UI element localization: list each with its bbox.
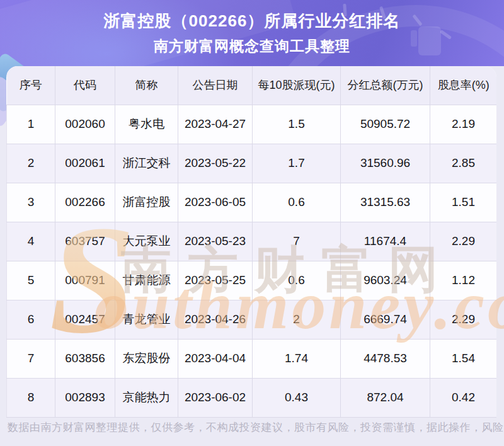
table-cell: 2023-06-02 xyxy=(178,378,253,417)
table-cell: 0.6 xyxy=(253,183,341,222)
table-cell: 002061 xyxy=(55,144,115,183)
table-cell: 1.5 xyxy=(253,105,341,144)
table-cell: 0.6 xyxy=(253,261,341,300)
table-cell: 粤水电 xyxy=(115,105,178,144)
table-cell: 6 xyxy=(7,300,55,339)
column-header-7: 股息率(%) xyxy=(430,66,497,105)
table-cell: 2.29 xyxy=(430,300,497,339)
table-cell: 2023-05-25 xyxy=(178,261,253,300)
table-cell: 002266 xyxy=(55,183,115,222)
table-cell: 7 xyxy=(7,339,55,378)
disclaimer-text: 数据由南方财富网整理提供，仅供参考，不构成投资建议，股市有风险，投资需谨慎，据此… xyxy=(8,420,500,435)
table-cell: 31560.96 xyxy=(341,144,430,183)
table-row: 7603856东宏股份2023-04-041.744478.531.54 xyxy=(7,339,497,378)
table-cell: 1.54 xyxy=(430,339,497,378)
table-cell: 2 xyxy=(7,144,55,183)
table-cell: 1.12 xyxy=(430,261,497,300)
column-header-1: 序号 xyxy=(7,66,55,105)
table-cell: 青龙管业 xyxy=(115,300,178,339)
table-row: 2002061浙江交科2023-05-221.731560.962.85 xyxy=(7,144,497,183)
table-cell: 5 xyxy=(7,261,55,300)
table-row: 8002893京能热力2023-06-020.43872.040.42 xyxy=(7,378,497,417)
table-cell: 2.19 xyxy=(430,105,497,144)
dividend-table: 序号代码简称公告日期每10股派现(元)分红总额(万元)股息率(%) 100206… xyxy=(6,66,496,418)
table-row: 3002266浙富控股2023-06-050.631315.631.51 xyxy=(7,183,497,222)
column-header-4: 公告日期 xyxy=(178,66,253,105)
column-header-6: 分红总额(万元) xyxy=(341,66,430,105)
fuel-pump-icon xyxy=(418,26,441,55)
table-cell: 2023-04-26 xyxy=(178,300,253,339)
table-cell: 002457 xyxy=(55,300,115,339)
banner: 浙富控股（002266）所属行业分红排名 南方财富网概念查询工具整理 xyxy=(0,0,504,66)
table-cell: 1.74 xyxy=(253,339,341,378)
table-cell: 603856 xyxy=(55,339,115,378)
page-title: 浙富控股（002266）所属行业分红排名 xyxy=(104,10,401,32)
table-cell: 50905.72 xyxy=(341,105,430,144)
table-cell: 603757 xyxy=(55,222,115,261)
table-cell: 甘肃能源 xyxy=(115,261,178,300)
table-row: 6002457青龙管业2023-04-2626669.742.29 xyxy=(7,300,497,339)
table-cell: 9603.24 xyxy=(341,261,430,300)
page-subtitle: 南方财富网概念查询工具整理 xyxy=(154,37,350,56)
header-row: 序号代码简称公告日期每10股派现(元)分红总额(万元)股息率(%) xyxy=(7,66,497,105)
table-cell: 2023-05-23 xyxy=(178,222,253,261)
table-cell: 2023-04-04 xyxy=(178,339,253,378)
column-header-3: 简称 xyxy=(115,66,178,105)
table-cell: 872.04 xyxy=(341,378,430,417)
table-cell: 000791 xyxy=(55,261,115,300)
table-cell: 2 xyxy=(253,300,341,339)
table-cell: 4 xyxy=(7,222,55,261)
table-cell: 2023-06-05 xyxy=(178,183,253,222)
table-row: 5000791甘肃能源2023-05-250.69603.241.12 xyxy=(7,261,497,300)
table-row: 4603757大元泵业2023-05-23711674.42.29 xyxy=(7,222,497,261)
table-cell: 2.29 xyxy=(430,222,497,261)
table-cell: 2.85 xyxy=(430,144,497,183)
table-cell: 11674.4 xyxy=(341,222,430,261)
table-cell: 7 xyxy=(253,222,341,261)
table-cell: 31315.63 xyxy=(341,183,430,222)
table-cell: 1.51 xyxy=(430,183,497,222)
table-cell: 1.7 xyxy=(253,144,341,183)
table-cell: 东宏股份 xyxy=(115,339,178,378)
column-header-2: 代码 xyxy=(55,66,115,105)
table-cell: 0.43 xyxy=(253,378,341,417)
table-cell: 4478.53 xyxy=(341,339,430,378)
dividend-table-panel: 序号代码简称公告日期每10股派现(元)分红总额(万元)股息率(%) 100206… xyxy=(6,66,496,418)
table-cell: 0.42 xyxy=(430,378,497,417)
table-cell: 2023-04-27 xyxy=(178,105,253,144)
table-cell: 浙富控股 xyxy=(115,183,178,222)
table-cell: 3 xyxy=(7,183,55,222)
table-row: 1002060粤水电2023-04-271.550905.722.19 xyxy=(7,105,497,144)
table-cell: 002060 xyxy=(55,105,115,144)
table-cell: 浙江交科 xyxy=(115,144,178,183)
table-cell: 大元泵业 xyxy=(115,222,178,261)
table-cell: 002893 xyxy=(55,378,115,417)
table-cell: 6669.74 xyxy=(341,300,430,339)
column-header-5: 每10股派现(元) xyxy=(253,66,341,105)
table-cell: 8 xyxy=(7,378,55,417)
table-cell: 2023-05-22 xyxy=(178,144,253,183)
table-cell: 京能热力 xyxy=(115,378,178,417)
table-cell: 1 xyxy=(7,105,55,144)
